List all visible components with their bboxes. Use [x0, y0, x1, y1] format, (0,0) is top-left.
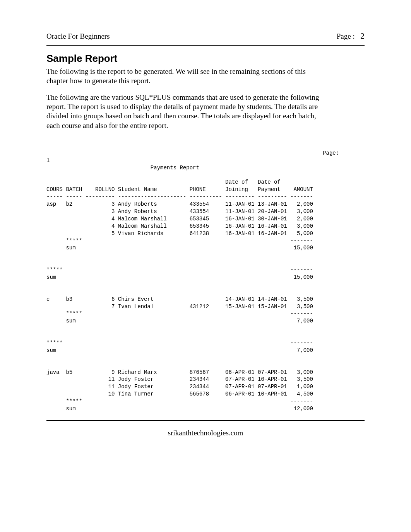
document-page: Oracle For Beginners Page : 2 Sample Rep… — [0, 0, 411, 532]
page-number: 2 — [360, 31, 365, 41]
intro-paragraph-2: The following are the various SQL*PLUS c… — [46, 93, 325, 130]
section-heading: Sample Report — [46, 53, 365, 65]
page-indicator: Page : 2 — [337, 31, 365, 41]
running-header: Oracle For Beginners Page : 2 — [46, 31, 365, 41]
book-title: Oracle For Beginners — [46, 32, 110, 41]
page-label: Page : — [337, 32, 355, 40]
intro-paragraph-1: The following is the report to be genera… — [46, 67, 325, 86]
payments-report-block: Page: 1 Payments Report Date of Date of … — [46, 150, 365, 413]
footer-text: srikanthtechnologies.com — [46, 429, 365, 437]
header-rule — [46, 45, 365, 46]
footer-rule — [46, 420, 365, 421]
